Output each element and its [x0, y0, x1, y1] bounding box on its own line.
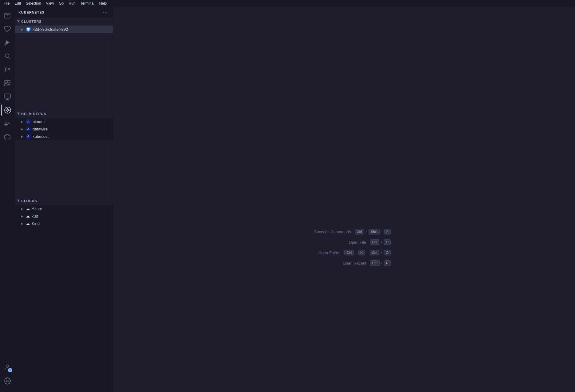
welcome-commands: Show All Commands Ctrl + Shift + P Open …	[297, 229, 391, 266]
menu-view[interactable]: View	[43, 1, 56, 6]
activity-explorer[interactable]	[1, 9, 14, 22]
svg-point-8	[5, 71, 6, 72]
bitnami-chevron: ▶	[21, 120, 25, 123]
menu-file[interactable]: File	[1, 1, 12, 6]
helm-repo-datawire[interactable]: ▶ datawire	[15, 125, 113, 133]
clouds-chevron: ▶	[17, 200, 20, 202]
activity-kubernetes[interactable]	[1, 104, 14, 116]
svg-rect-3	[6, 16, 8, 16]
heart-icon	[4, 25, 11, 33]
vscode-logo	[301, 133, 387, 219]
activity-account[interactable]: 1	[1, 361, 14, 374]
activity-docker[interactable]	[1, 118, 14, 130]
kbd-ctrl-1: Ctrl	[355, 229, 364, 234]
explorer-icon	[4, 12, 11, 19]
svg-rect-10	[5, 80, 7, 83]
helm-repo-kubecost[interactable]: ▶ kubecost	[15, 133, 113, 140]
activity-extensions[interactable]	[1, 77, 14, 89]
command-open-folder: Open Folder Ctrl + K Ctrl + O	[297, 250, 391, 255]
command-open-recent: Open Recent Ctrl + R	[323, 260, 391, 266]
cluster-item-k3d[interactable]: ▶ k3d-k3d-cluster-892	[15, 26, 113, 33]
cloud-azure[interactable]: ▶ ☁ Azure	[15, 205, 113, 212]
kbd-ctrl-4: Ctrl	[370, 250, 379, 255]
command-show-all: Show All Commands Ctrl + Shift + P	[308, 229, 391, 234]
sidebar: KUBERNETES ··· ▶ CLUSTERS ▶	[15, 7, 113, 392]
run-icon	[4, 39, 11, 46]
clouds-label: CLOUDS	[21, 199, 37, 203]
menu-go[interactable]: Go	[56, 1, 66, 6]
svg-line-6	[9, 57, 10, 59]
svg-rect-11	[8, 80, 10, 83]
datawire-chevron: ▶	[21, 127, 25, 131]
notification-badge: 1	[8, 368, 12, 372]
clouds-section: ▶ CLOUDS ▶ ☁ Azure ▶ ☁ k3d	[15, 197, 113, 227]
cloud-k3d[interactable]: ▶ ☁ k3d	[15, 212, 113, 220]
kbd-o-file: O	[384, 239, 391, 245]
clusters-chevron: ▶	[17, 20, 20, 23]
cloud-k3d-label: k3d	[32, 214, 38, 218]
kind-icon: ☁	[26, 221, 30, 226]
kbd-ctrl-3: Ctrl	[344, 250, 354, 255]
sidebar-header: KUBERNETES ···	[15, 7, 113, 18]
menu-run[interactable]: Run	[66, 1, 78, 6]
svg-point-18	[26, 119, 30, 124]
activity-search[interactable]	[1, 50, 14, 62]
cloud-kind[interactable]: ▶ ☁ Kind	[15, 220, 113, 227]
sidebar-more-btn[interactable]: ···	[102, 9, 109, 16]
menu-terminal[interactable]: Terminal	[78, 1, 97, 6]
open-file-kbd: Ctrl + O	[370, 239, 391, 245]
svg-point-17	[6, 380, 8, 382]
cloud-azure-label: Azure	[32, 206, 42, 211]
activity-puzzle[interactable]	[1, 131, 14, 143]
main-content: Show All Commands Ctrl + Shift + P Open …	[113, 7, 575, 392]
svg-rect-2	[6, 14, 9, 15]
sidebar-content: ▶ CLUSTERS ▶ k3d-k3d-cluster-892	[15, 18, 113, 392]
svg-rect-12	[5, 83, 7, 86]
activity-git[interactable]	[1, 63, 14, 76]
azure-icon: ☁	[26, 206, 30, 211]
empty-space-2	[15, 140, 113, 197]
helm-bitnami-label: bitnami	[33, 119, 46, 124]
kbd-o-folder: O	[384, 250, 391, 255]
git-icon	[4, 66, 11, 73]
cluster-item-chevron: ▶	[21, 28, 25, 31]
extensions-icon	[4, 79, 11, 87]
menu-help[interactable]: Help	[97, 1, 110, 6]
clusters-section-header[interactable]: ▶ CLUSTERS	[15, 18, 113, 26]
empty-space-1	[15, 33, 113, 110]
svg-point-16	[6, 365, 9, 367]
helm-kubecost-label: kubecost	[33, 134, 49, 139]
kbd-k: K	[358, 250, 365, 255]
command-open-file: Open File Ctrl + O	[323, 239, 391, 245]
cluster-item-label: k3d-k3d-cluster-892	[33, 27, 68, 32]
helm-repos-label: HELM REPOS	[21, 112, 46, 116]
open-folder-kbd: Ctrl + K Ctrl + O	[344, 250, 391, 255]
helm-repo-bitnami[interactable]: ▶ bitnami	[15, 118, 113, 125]
k3d-cloud-chevron: ▶	[21, 214, 25, 218]
helm-repos-content: ▶ bitnami ▶	[15, 118, 113, 140]
helm-datawire-label: datawire	[33, 127, 48, 131]
kbd-ctrl-5: Ctrl	[370, 260, 380, 266]
k3d-icon: ☁	[26, 214, 30, 218]
menu-selection[interactable]: Selection	[23, 1, 43, 6]
activity-bar: 1	[0, 7, 15, 392]
menu-edit[interactable]: Edit	[12, 1, 23, 6]
activity-remote[interactable]	[1, 90, 14, 103]
clouds-content: ▶ ☁ Azure ▶ ☁ k3d ▶ ☁ Kind	[15, 205, 113, 227]
activity-bar-bottom: 1	[1, 361, 14, 390]
svg-point-20	[26, 134, 30, 138]
open-file-label: Open File	[323, 240, 366, 245]
sidebar-header-actions: ···	[102, 9, 109, 16]
activity-run-debug[interactable]	[1, 36, 14, 49]
clouds-section-header[interactable]: ▶ CLOUDS	[15, 197, 113, 205]
kind-chevron: ▶	[21, 222, 25, 225]
monitor-icon	[4, 93, 11, 100]
activity-settings[interactable]	[1, 375, 14, 387]
clusters-content: ▶ k3d-k3d-cluster-892	[15, 26, 113, 33]
settings-gear-icon	[4, 377, 11, 385]
helm-datawire-icon	[26, 126, 31, 131]
helm-repos-section-header[interactable]: ▶ HELM REPOS	[15, 110, 113, 118]
svg-point-19	[26, 127, 30, 131]
activity-source-control[interactable]	[1, 23, 14, 35]
open-recent-label: Open Recent	[323, 261, 366, 266]
